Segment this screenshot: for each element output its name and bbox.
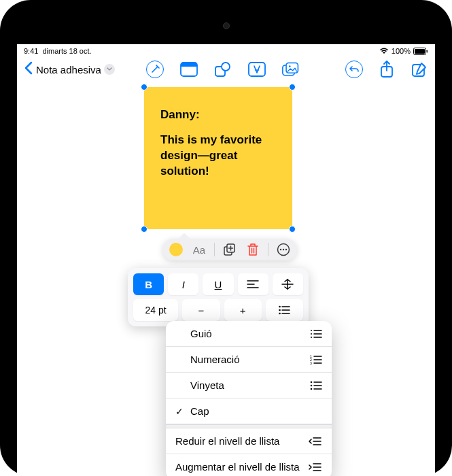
svg-point-44 (311, 384, 313, 386)
compose-button[interactable] (411, 61, 428, 78)
text-tool-button[interactable] (248, 61, 266, 78)
note-line-2: This is my favorite design—great solutio… (160, 133, 276, 180)
menu-item-outdent[interactable]: Reduir el nivell de llista (166, 428, 332, 454)
menu-item-none[interactable]: ✓ Cap (166, 398, 332, 424)
svg-point-17 (280, 249, 281, 250)
resize-handle-bottom-right[interactable] (289, 226, 296, 233)
draw-tool-button[interactable] (146, 61, 164, 78)
sticky-note[interactable]: Danny: This is my favorite design—great … (144, 87, 292, 229)
menu-item-bullet[interactable]: Vinyeta (166, 373, 332, 398)
svg-point-19 (285, 249, 287, 250)
delete-button[interactable] (245, 241, 261, 258)
camera-dot (223, 22, 230, 29)
resize-handle-bottom-left[interactable] (141, 226, 147, 233)
more-button[interactable] (275, 241, 292, 258)
list-format-button[interactable] (266, 299, 303, 321)
status-time: 9:41 (24, 47, 38, 55)
decrease-size-button[interactable]: − (182, 299, 220, 321)
undo-button[interactable] (345, 61, 363, 78)
ipad-frame: 9:41 dimarts 18 oct. 100% Nota adhesiva (0, 0, 452, 476)
font-size-display[interactable]: 24 pt (133, 299, 178, 321)
svg-rect-8 (249, 63, 265, 76)
chevron-down-icon (104, 64, 115, 75)
back-button[interactable] (24, 61, 33, 78)
note-line-1: Danny: (160, 107, 276, 123)
resize-handle-top-left[interactable] (141, 84, 147, 90)
text-format-panel: B I U 24 pt − + (128, 268, 309, 326)
italic-button[interactable]: I (168, 273, 198, 295)
svg-point-26 (279, 309, 281, 311)
separator (214, 243, 215, 256)
svg-point-18 (283, 249, 284, 250)
menu-item-dash[interactable]: Guió (166, 321, 332, 347)
nav-bar: Nota adhesiva (17, 56, 435, 82)
bullet-list-icon (310, 381, 322, 390)
strikethrough-button[interactable] (273, 273, 303, 295)
underline-button[interactable]: U (203, 273, 233, 295)
svg-point-25 (279, 306, 281, 308)
battery-percent: 100% (392, 47, 411, 55)
separator (268, 243, 268, 256)
svg-point-45 (311, 388, 313, 390)
canvas[interactable]: Danny: This is my favorite design—great … (17, 82, 435, 463)
svg-point-7 (222, 63, 230, 71)
outdent-icon (309, 437, 322, 446)
page-title: Nota adhesiva (36, 64, 101, 75)
status-date: dimarts 18 oct. (42, 47, 91, 55)
battery-icon (413, 48, 428, 55)
color-picker-button[interactable] (168, 241, 184, 258)
svg-text:3: 3 (310, 361, 312, 364)
wifi-icon (379, 48, 389, 54)
svg-point-27 (279, 313, 281, 315)
dash-list-icon (310, 329, 322, 339)
text-format-button[interactable]: Aa (191, 241, 207, 258)
indent-icon (309, 462, 322, 472)
number-list-icon: 123 (310, 355, 322, 364)
list-style-menu: Guió Numeració 123 Vinyeta (166, 321, 332, 476)
align-button[interactable] (238, 273, 268, 295)
title-dropdown[interactable]: Nota adhesiva (36, 64, 115, 75)
menu-item-indent[interactable]: Augmentar el nivell de llista (166, 454, 332, 476)
check-icon: ✓ (175, 406, 186, 417)
duplicate-button[interactable] (222, 241, 238, 258)
media-tool-button[interactable] (282, 61, 300, 78)
color-swatch-icon (169, 243, 183, 256)
svg-rect-5 (181, 65, 197, 67)
menu-item-numbered[interactable]: Numeració 123 (166, 347, 332, 373)
textbox-tool-button[interactable] (180, 61, 198, 78)
share-button[interactable] (378, 61, 396, 78)
svg-point-43 (311, 381, 313, 383)
resize-handle-top-right[interactable] (289, 84, 296, 90)
status-bar: 9:41 dimarts 18 oct. 100% (17, 44, 435, 56)
svg-rect-2 (427, 50, 428, 52)
bold-button[interactable]: B (133, 273, 164, 295)
svg-rect-1 (415, 49, 425, 54)
screen: 9:41 dimarts 18 oct. 100% Nota adhesiva (17, 44, 435, 476)
shapes-tool-button[interactable] (214, 61, 232, 78)
svg-point-11 (289, 65, 291, 67)
context-toolbar: Aa (162, 239, 297, 260)
increase-size-button[interactable]: + (224, 299, 262, 321)
